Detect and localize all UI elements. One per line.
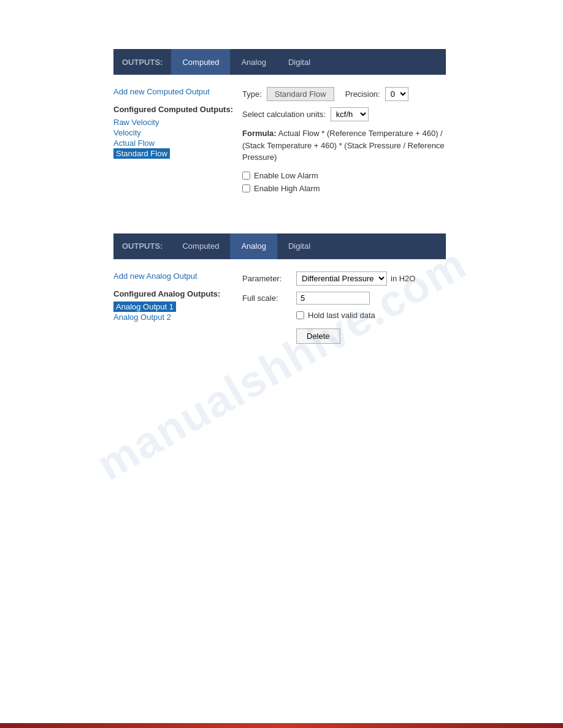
type-value-button: Standard Flow <box>267 87 334 101</box>
analog-output-2[interactable]: Analog Output 2 <box>113 313 171 322</box>
full-scale-label: Full scale: <box>242 294 291 303</box>
high-alarm-label: Enable High Alarm <box>254 184 320 193</box>
low-alarm-row: Enable Low Alarm <box>242 171 446 180</box>
configured-computed-label: Configured Computed Outputs: <box>113 105 236 114</box>
analog-output-list: Analog Output 1 Analog Output 2 <box>113 302 236 322</box>
list-item: Analog Output 1 <box>113 302 236 311</box>
calc-units-label: Select calculation units: <box>242 110 326 119</box>
list-item: Standard Flow <box>113 149 236 158</box>
parameter-label: Parameter: <box>242 274 291 283</box>
configured-analog-label: Configured Analog Outputs: <box>113 289 236 298</box>
add-analog-output-link[interactable]: Add new Analog Output <box>113 271 197 281</box>
list-item: Analog Output 2 <box>113 313 236 322</box>
type-label: Type: <box>242 89 262 99</box>
tab-digital-1[interactable]: Digital <box>277 49 321 75</box>
add-computed-output-link[interactable]: Add new Computed Output <box>113 87 210 96</box>
delete-button[interactable]: Delete <box>296 328 340 344</box>
output-raw-velocity[interactable]: Raw Velocity <box>113 118 159 127</box>
tab-analog-1[interactable]: Analog <box>230 49 277 75</box>
hold-row: Hold last valid data <box>296 311 446 320</box>
computed-output-list: Raw Velocity Velocity Actual Flow Standa… <box>113 118 236 158</box>
tab-bar-1: OUTPUTS: Computed Analog Digital <box>113 49 446 75</box>
hold-data-checkbox[interactable] <box>296 311 304 319</box>
tab-bar-2: OUTPUTS: Computed Analog Digital <box>113 233 446 259</box>
full-scale-input[interactable] <box>296 292 370 305</box>
calc-units-select[interactable]: kcf/h scf/h mcf/h m3/h <box>331 107 369 121</box>
output-velocity[interactable]: Velocity <box>113 128 141 137</box>
precision-label: Precision: <box>345 89 380 99</box>
tab-computed-2[interactable]: Computed <box>171 233 230 259</box>
tab-computed-1[interactable]: Computed <box>171 49 230 75</box>
low-alarm-label: Enable Low Alarm <box>254 171 318 180</box>
low-alarm-checkbox[interactable] <box>242 172 250 180</box>
analog-output-1[interactable]: Analog Output 1 <box>113 301 176 312</box>
formula-label: Formula: <box>242 129 277 138</box>
high-alarm-row: Enable High Alarm <box>242 184 446 193</box>
output-actual-flow[interactable]: Actual Flow <box>113 138 155 148</box>
in-h2o-label: in H2O <box>391 274 415 283</box>
precision-select[interactable]: 0 1 2 3 4 <box>385 87 408 101</box>
parameter-select[interactable]: Differential Pressure Velocity Actual Fl… <box>296 271 387 286</box>
high-alarm-checkbox[interactable] <box>242 184 250 192</box>
list-item: Actual Flow <box>113 138 236 148</box>
outputs-label-2: OUTPUTS: <box>113 233 171 259</box>
outputs-label-1: OUTPUTS: <box>113 49 171 75</box>
hold-data-label: Hold last valid data <box>308 311 375 320</box>
list-item: Raw Velocity <box>113 118 236 127</box>
tab-digital-2[interactable]: Digital <box>277 233 321 259</box>
list-item: Velocity <box>113 128 236 137</box>
output-standard-flow[interactable]: Standard Flow <box>113 148 170 159</box>
tab-analog-2[interactable]: Analog <box>230 233 277 259</box>
bottom-bar <box>0 723 563 728</box>
formula-text: Formula: Actual Flow * (Reference Temper… <box>242 127 446 164</box>
